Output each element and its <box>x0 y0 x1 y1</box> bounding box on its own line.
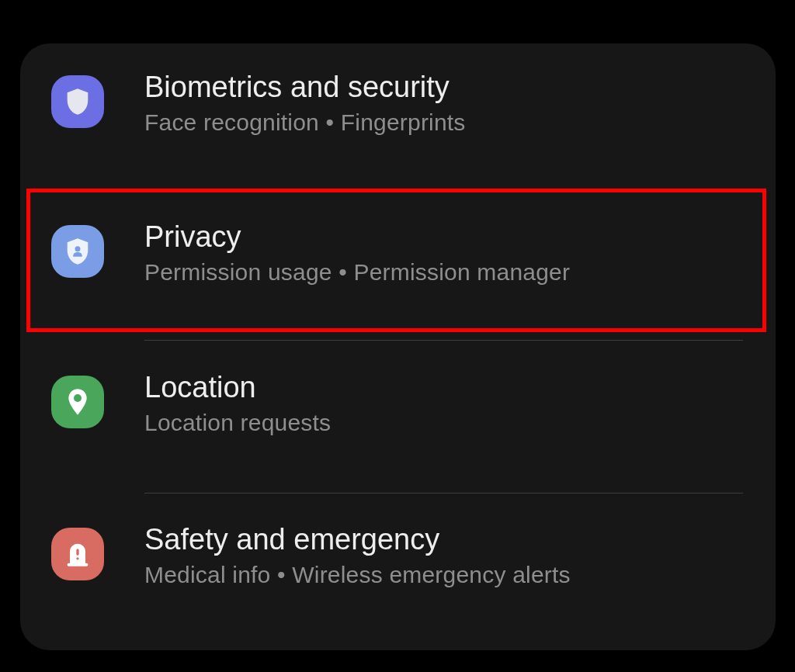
svg-rect-3 <box>76 549 78 555</box>
item-title: Biometrics and security <box>144 71 466 105</box>
item-subtitle: Location requests <box>144 410 331 436</box>
item-subtitle: Permission usage • Permission manager <box>144 259 570 286</box>
svg-rect-2 <box>68 563 89 566</box>
location-pin-icon <box>51 376 104 428</box>
shield-icon <box>51 75 104 128</box>
settings-item-biometrics[interactable]: Biometrics and security Face recognition… <box>20 71 776 175</box>
item-title: Location <box>144 371 331 405</box>
item-subtitle: Medical info • Wireless emergency alerts <box>144 562 571 588</box>
shield-person-icon <box>51 225 104 278</box>
settings-item-privacy[interactable]: Privacy Permission usage • Permission ma… <box>20 220 776 325</box>
item-subtitle: Face recognition • Fingerprints <box>144 109 466 136</box>
divider <box>144 493 743 494</box>
item-title: Safety and emergency <box>144 523 571 557</box>
svg-point-0 <box>75 246 81 251</box>
item-title: Privacy <box>144 220 570 255</box>
settings-panel: Biometrics and security Face recognition… <box>20 43 776 650</box>
settings-item-safety[interactable]: Safety and emergency Medical info • Wire… <box>20 523 776 628</box>
svg-rect-4 <box>76 557 78 559</box>
settings-item-location[interactable]: Location Location requests <box>20 371 776 476</box>
alert-siren-icon <box>51 528 104 580</box>
divider <box>144 340 743 341</box>
svg-point-1 <box>74 394 82 402</box>
